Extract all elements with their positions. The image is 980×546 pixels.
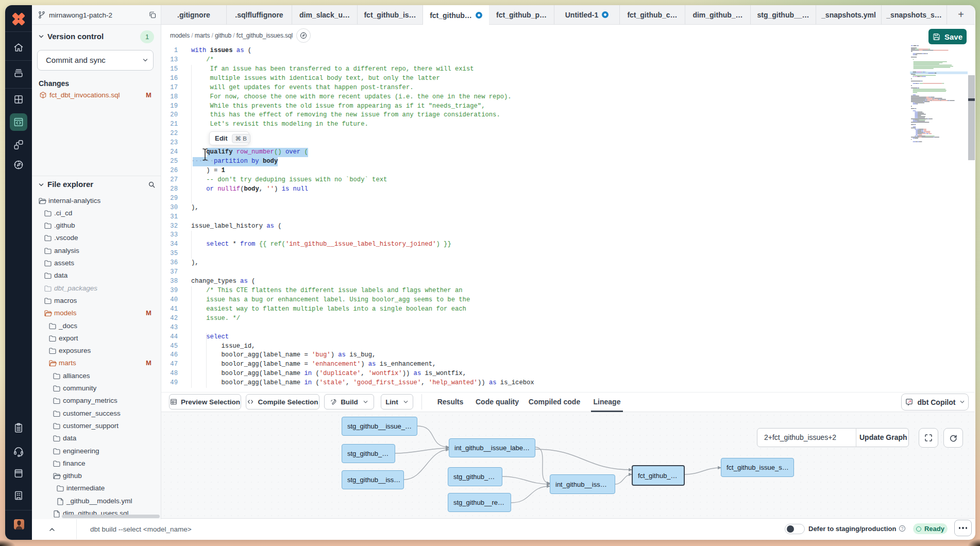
svg-text:?: ? xyxy=(901,526,904,531)
